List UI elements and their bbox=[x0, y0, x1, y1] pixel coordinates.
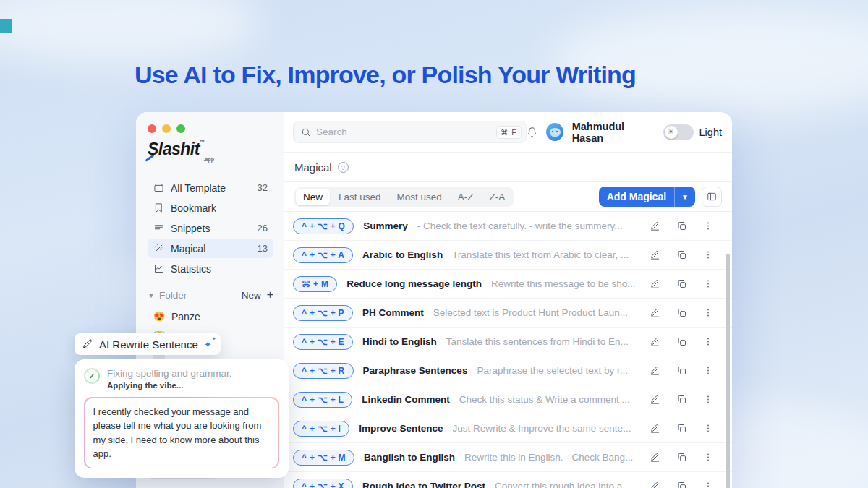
kebab-menu-icon bbox=[703, 336, 713, 347]
copy-template-button[interactable] bbox=[676, 249, 687, 260]
copy-template-button[interactable] bbox=[676, 452, 687, 463]
search-input[interactable] bbox=[316, 127, 496, 137]
template-description: Tanslate this sentences from Hindi to En… bbox=[446, 336, 640, 347]
edit-template-button[interactable] bbox=[650, 249, 660, 260]
sidebar-item-all-template[interactable]: All Template32 bbox=[148, 178, 273, 197]
template-description: Paraphrase the selected text by r... bbox=[477, 365, 640, 376]
edit-template-button[interactable] bbox=[650, 336, 660, 347]
sidebar-item-statistics[interactable]: Statistics bbox=[148, 259, 273, 278]
search-box[interactable]: ⌘ F bbox=[293, 121, 527, 143]
chevron-down-icon[interactable]: ▼ bbox=[674, 187, 695, 207]
template-row[interactable]: ^ + ⌥ + PPH CommentSelected text is Prod… bbox=[284, 299, 732, 328]
row-menu-button[interactable] bbox=[703, 394, 713, 405]
copy-template-button[interactable] bbox=[676, 481, 687, 488]
archive-icon bbox=[153, 182, 164, 193]
toggle-panel-button[interactable] bbox=[702, 187, 722, 207]
shortcut-badge: ^ + ⌥ + E bbox=[293, 334, 353, 350]
row-actions bbox=[650, 423, 713, 434]
edit-template-button[interactable] bbox=[650, 307, 660, 318]
template-row[interactable]: ^ + ⌥ + QSummery- Check the text careful… bbox=[284, 212, 732, 241]
section-header: Magical ? bbox=[284, 153, 732, 182]
edit-template-button[interactable] bbox=[650, 394, 660, 405]
row-menu-button[interactable] bbox=[703, 365, 713, 376]
row-actions bbox=[650, 336, 713, 347]
shortcut-badge: ⌘ + M bbox=[293, 276, 337, 292]
shortcut-badge: ^ + ⌥ + P bbox=[293, 305, 353, 321]
sort-tab-z-a[interactable]: Z-A bbox=[482, 189, 513, 205]
copy-template-button[interactable] bbox=[676, 221, 687, 231]
template-row[interactable]: ^ + ⌥ + IImprove SentenceJust Rewrite & … bbox=[284, 414, 732, 443]
edit-template-button[interactable] bbox=[650, 423, 660, 434]
row-menu-button[interactable] bbox=[703, 481, 713, 488]
item-count-badge: 13 bbox=[258, 243, 268, 254]
row-menu-button[interactable] bbox=[703, 423, 713, 434]
teal-edge-decoration bbox=[0, 19, 12, 33]
template-row[interactable]: ^ + ⌥ + LLinkedin CommentCheck this stat… bbox=[284, 385, 732, 414]
shortcut-badge: ^ + ⌥ + X bbox=[293, 479, 353, 488]
snippets-icon bbox=[153, 223, 164, 234]
page-title: Use AI to Fix, Improve, or Polish Your W… bbox=[135, 61, 636, 89]
folder-item-panze[interactable]: 😍Panze bbox=[148, 307, 273, 326]
bell-icon[interactable] bbox=[527, 127, 537, 138]
pencil-icon bbox=[650, 365, 660, 376]
sort-tab-most-used[interactable]: Most used bbox=[390, 189, 449, 205]
add-magical-button[interactable]: Add Magical ▼ bbox=[599, 187, 695, 207]
template-list: ^ + ⌥ + QSummery- Check the text careful… bbox=[284, 212, 732, 488]
close-window-button[interactable] bbox=[148, 124, 156, 133]
ai-rewrite-popup[interactable]: AI Rewrite Sentence ✦ bbox=[75, 333, 221, 355]
copy-template-button[interactable] bbox=[676, 336, 687, 347]
row-menu-button[interactable] bbox=[703, 221, 713, 231]
shortcut-badge: ^ + ⌥ + L bbox=[293, 392, 352, 408]
copy-template-button[interactable] bbox=[676, 307, 687, 318]
logo-text: Slashit™ bbox=[148, 140, 204, 158]
scrollbar[interactable] bbox=[726, 254, 730, 488]
user-avatar[interactable] bbox=[546, 123, 563, 141]
rewritten-message-box: I recently checked your message and plea… bbox=[84, 397, 279, 468]
status-line-1: Fixing spelling and grammar. bbox=[107, 368, 232, 379]
main-panel: ⌘ F Mahmudul Hasan ☀ Light Magical ? New… bbox=[284, 112, 732, 488]
template-title: Paraphrase Sentences bbox=[363, 365, 468, 376]
sidebar-item-magical[interactable]: Magical13 bbox=[148, 239, 273, 258]
sidebar-item-snippets[interactable]: Snippets26 bbox=[148, 218, 273, 238]
pencil-icon bbox=[650, 336, 660, 347]
copy-template-button[interactable] bbox=[676, 365, 687, 376]
copy-template-button[interactable] bbox=[676, 278, 687, 289]
bookmark-icon bbox=[153, 202, 164, 213]
row-actions bbox=[650, 249, 713, 260]
template-title: Arabic to English bbox=[362, 249, 443, 260]
row-menu-button[interactable] bbox=[703, 307, 713, 318]
plus-icon[interactable]: + bbox=[267, 289, 273, 301]
minimize-window-button[interactable] bbox=[162, 124, 171, 133]
sidebar-item-bookmark[interactable]: Bookmark bbox=[148, 198, 273, 218]
copy-template-button[interactable] bbox=[676, 423, 687, 434]
chevron-down-icon[interactable]: ▼ bbox=[148, 291, 155, 299]
template-row[interactable]: ^ + ⌥ + EHindi to EnglishTanslate this s… bbox=[284, 328, 732, 356]
maximize-window-button[interactable] bbox=[176, 124, 185, 133]
help-icon[interactable]: ? bbox=[338, 162, 349, 173]
user-name: Mahmudul Hasan bbox=[572, 121, 655, 144]
theme-toggle[interactable]: ☀ bbox=[663, 124, 694, 140]
sort-tab-new[interactable]: New bbox=[296, 189, 330, 205]
copy-template-button[interactable] bbox=[676, 394, 687, 405]
new-folder-button[interactable]: New bbox=[242, 290, 261, 301]
edit-template-button[interactable] bbox=[650, 481, 660, 488]
edit-template-button[interactable] bbox=[650, 278, 660, 289]
row-menu-button[interactable] bbox=[703, 249, 713, 260]
kebab-menu-icon bbox=[703, 307, 713, 318]
template-row[interactable]: ^ + ⌥ + XRough Idea to Twitter PostConve… bbox=[284, 472, 732, 488]
template-row[interactable]: ^ + ⌥ + MBanglish to EnglishRewrite this… bbox=[284, 443, 732, 472]
kebab-menu-icon bbox=[703, 249, 713, 260]
edit-template-button[interactable] bbox=[650, 221, 660, 231]
search-shortcut-badge: ⌘ F bbox=[496, 126, 522, 139]
sort-tab-last-used[interactable]: Last used bbox=[331, 189, 388, 205]
template-row[interactable]: ^ + ⌥ + AArabic to EnglishTranslate this… bbox=[284, 241, 732, 270]
template-row[interactable]: ^ + ⌥ + RParaphrase SentencesParaphrase … bbox=[284, 356, 732, 385]
template-row[interactable]: ⌘ + MReduce long message lengthRewrite t… bbox=[284, 270, 732, 299]
row-menu-button[interactable] bbox=[703, 336, 713, 347]
row-menu-button[interactable] bbox=[703, 278, 713, 289]
row-menu-button[interactable] bbox=[703, 452, 713, 463]
sort-tab-a-z[interactable]: A-Z bbox=[451, 189, 481, 205]
edit-template-button[interactable] bbox=[650, 365, 660, 376]
edit-template-button[interactable] bbox=[650, 452, 660, 463]
layout-panel-icon bbox=[707, 192, 717, 202]
